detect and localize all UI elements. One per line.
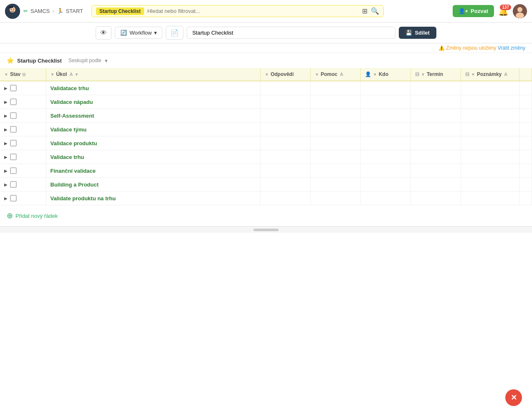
eye-button[interactable]: 👁 [96, 26, 111, 40]
row-task-cell: Validace nápadu [46, 95, 261, 109]
doc-icon: 📄 [170, 29, 179, 36]
table-row: ▶ Validate produktu na trhu [0, 192, 532, 205]
group-by-label[interactable]: Seskupit podle [68, 58, 101, 63]
warning-icon: ⚠️ [438, 45, 445, 51]
row-task-name[interactable]: Self-Assessment [51, 113, 94, 119]
stav-filter-icon[interactable]: ▼ [4, 72, 8, 77]
row-expand-icon[interactable]: ▶ [4, 155, 8, 159]
add-row-button[interactable]: ⊕ Přidat nový řádek [0, 205, 64, 226]
topbar: ✏ SAMCS › 🏃 START Startup Checklist ⊞ 🔍 … [0, 0, 532, 23]
row-task-name[interactable]: Validace nápadu [51, 99, 93, 105]
row-extra-cell [519, 95, 532, 109]
horizontal-scrollbar[interactable] [0, 226, 532, 233]
row-expand-icon[interactable]: ▶ [4, 113, 8, 118]
row-task-name[interactable]: Validace trhu [51, 154, 84, 160]
stav-sort-icon[interactable]: ⊟ [22, 72, 25, 77]
row-checkbox[interactable] [10, 140, 17, 146]
col-header-pomoc: ▼ Pomoc A [311, 68, 361, 81]
grid-icon[interactable]: ⊞ [362, 7, 367, 15]
search-input[interactable] [147, 8, 359, 14]
row-task-name[interactable]: Building a Product [51, 182, 99, 188]
row-expand-icon[interactable]: ▶ [4, 196, 8, 201]
row-poznamky-cell [461, 150, 519, 164]
user-avatar[interactable] [513, 4, 527, 18]
doc-button[interactable]: 📄 [166, 26, 183, 40]
row-termin-cell [411, 192, 461, 205]
row-stav-cell: ▶ [0, 109, 46, 123]
app-logo [5, 4, 20, 19]
row-pomoc-cell [311, 95, 361, 109]
row-expand-icon[interactable]: ▶ [4, 141, 8, 146]
row-checkbox[interactable] [10, 181, 17, 188]
eye-icon: 👁 [100, 29, 107, 36]
row-odpovedi-cell [261, 192, 311, 205]
row-checkbox[interactable] [10, 98, 17, 105]
row-task-cell: Self-Assessment [46, 109, 261, 123]
person-plus-icon: 👤+ [459, 8, 469, 14]
row-task-cell: Validatace trhu [46, 81, 261, 95]
row-task-cell: Finanční validace [46, 164, 261, 178]
svg-point-8 [516, 13, 524, 18]
row-task-name[interactable]: Validace produktu [51, 140, 97, 146]
workflow-button[interactable]: 🔄 Workflow ▾ [115, 27, 162, 39]
row-checkbox[interactable] [10, 154, 17, 160]
row-task-name[interactable]: Validatace trhu [51, 85, 89, 91]
row-extra-cell [519, 109, 532, 123]
row-odpovedi-cell [261, 164, 311, 178]
search-icon[interactable]: 🔍 [371, 7, 379, 15]
row-expand-icon[interactable]: ▶ [4, 169, 8, 173]
row-extra-cell [519, 123, 532, 136]
svg-rect-5 [9, 6, 13, 8]
odpovedi-filter-icon[interactable]: ▼ [265, 72, 269, 77]
run-name[interactable]: START [66, 8, 83, 14]
row-stav-cell: ▶ [0, 123, 46, 136]
row-expand-icon[interactable]: ▶ [4, 100, 8, 104]
row-expand-icon[interactable]: ▶ [4, 127, 8, 132]
row-checkbox[interactable] [10, 167, 17, 174]
title-input-wrap [187, 27, 395, 39]
row-task-name[interactable]: Validace týmu [51, 126, 87, 133]
ukol-filter-icon[interactable]: ▼ [51, 72, 55, 77]
pomoc-filter-icon[interactable]: ▼ [315, 72, 319, 77]
ukol-sort-icon[interactable]: ▼ [74, 72, 79, 77]
revert-link[interactable]: Vrátit změny [498, 45, 525, 51]
star-icon: ⭐ [7, 57, 14, 64]
group-header: ⭐ Startup Checklist Seskupit podle ▾ [0, 53, 532, 68]
row-kdo-cell [361, 95, 411, 109]
row-expand-icon[interactable]: ▶ [4, 182, 8, 187]
row-checkbox[interactable] [10, 85, 17, 91]
svg-point-7 [517, 7, 522, 12]
task-table: ▼ Stav ⊟ ▼ Úkol A ▼ ▼ Od [0, 68, 532, 205]
row-poznamky-cell [461, 81, 519, 95]
termin-filter-icon[interactable]: ▼ [421, 72, 425, 77]
notifications-button[interactable]: 🔔 137 [498, 6, 509, 16]
invite-button[interactable]: 👤+ Pozvat [453, 5, 494, 17]
row-checkbox[interactable] [10, 126, 17, 133]
row-poznamky-cell [461, 109, 519, 123]
row-task-name[interactable]: Finanční validace [51, 168, 96, 174]
row-task-name[interactable]: Validate produktu na trhu [51, 195, 116, 202]
topbar-right: 👤+ Pozvat 🔔 137 [453, 4, 527, 18]
content-area: ⭐ Startup Checklist Seskupit podle ▾ ▼ S… [0, 53, 532, 226]
poznamky-filter-icon[interactable]: ▼ [471, 72, 475, 77]
title-input[interactable] [187, 27, 395, 39]
row-termin-cell [411, 109, 461, 123]
row-checkbox[interactable] [10, 112, 17, 119]
row-checkbox[interactable] [10, 195, 17, 202]
group-by-chevron[interactable]: ▾ [105, 58, 108, 64]
row-kdo-cell [361, 81, 411, 95]
group-title: Startup Checklist [17, 58, 62, 64]
breadcrumb: ✏ SAMCS › 🏃 START [23, 8, 83, 14]
plus-icon: ⊕ [7, 211, 13, 220]
row-poznamky-cell [461, 192, 519, 205]
row-odpovedi-cell [261, 109, 311, 123]
row-poznamky-cell [461, 95, 519, 109]
kdo-filter-icon[interactable]: ▼ [373, 72, 377, 77]
share-button[interactable]: 💾 Sdílet [399, 27, 436, 39]
toolbar: 👁 🔄 Workflow ▾ 📄 💾 Sdílet [0, 23, 532, 43]
row-poznamky-cell [461, 178, 519, 192]
table-row: ▶ Validatace trhu [0, 81, 532, 95]
project-name[interactable]: SAMCS [30, 8, 50, 14]
scrollbar-thumb[interactable] [253, 229, 279, 231]
row-expand-icon[interactable]: ▶ [4, 86, 8, 91]
